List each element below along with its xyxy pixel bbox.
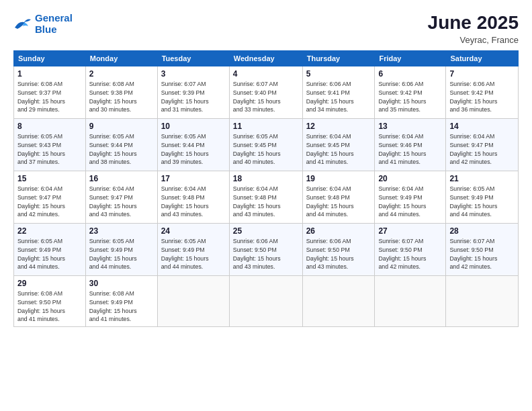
logo-icon <box>13 15 32 32</box>
header-row: Sunday Monday Tuesday Wednesday Thursday… <box>14 51 519 66</box>
day-number: 2 <box>89 69 154 79</box>
day-info: Sunrise: 6:05 AM Sunset: 9:49 PM Dayligh… <box>89 237 154 271</box>
table-cell: 28 Sunrise: 6:07 AM Sunset: 9:50 PM Dayl… <box>446 224 519 276</box>
day-info: Sunrise: 6:05 AM Sunset: 9:44 PM Dayligh… <box>89 132 154 167</box>
day-number: 12 <box>306 122 371 131</box>
day-info: Sunrise: 6:07 AM Sunset: 9:50 PM Dayligh… <box>378 237 442 271</box>
day-info: Sunrise: 6:05 AM Sunset: 9:44 PM Dayligh… <box>161 132 226 167</box>
day-number: 11 <box>233 122 299 131</box>
day-number: 6 <box>378 69 442 79</box>
table-cell <box>157 276 229 327</box>
day-number: 19 <box>306 174 371 183</box>
day-number: 22 <box>17 226 82 236</box>
day-number: 23 <box>89 226 154 236</box>
header: General Blue June 2025 Veyrac, France <box>13 12 519 45</box>
col-wednesday: Wednesday <box>229 51 302 66</box>
logo-text: General Blue <box>35 12 73 36</box>
table-cell: 25 Sunrise: 6:06 AM Sunset: 9:50 PM Dayl… <box>229 224 302 276</box>
day-number: 8 <box>17 122 82 131</box>
day-info: Sunrise: 6:05 AM Sunset: 9:49 PM Dayligh… <box>17 237 82 271</box>
table-cell: 29 Sunrise: 6:08 AM Sunset: 9:50 PM Dayl… <box>14 276 86 327</box>
table-cell: 11 Sunrise: 6:05 AM Sunset: 9:45 PM Dayl… <box>229 119 302 171</box>
table-cell: 12 Sunrise: 6:04 AM Sunset: 9:45 PM Dayl… <box>302 119 375 171</box>
day-info: Sunrise: 6:08 AM Sunset: 9:49 PM Dayligh… <box>89 289 154 324</box>
table-cell: 20 Sunrise: 6:04 AM Sunset: 9:49 PM Dayl… <box>375 171 446 224</box>
table-cell: 6 Sunrise: 6:06 AM Sunset: 9:42 PM Dayli… <box>375 66 446 119</box>
day-number: 17 <box>161 174 226 183</box>
table-cell: 15 Sunrise: 6:04 AM Sunset: 9:47 PM Dayl… <box>14 171 86 224</box>
table-cell: 27 Sunrise: 6:07 AM Sunset: 9:50 PM Dayl… <box>375 224 446 276</box>
col-thursday: Thursday <box>302 51 375 66</box>
table-cell <box>302 276 375 327</box>
day-info: Sunrise: 6:07 AM Sunset: 9:40 PM Dayligh… <box>233 80 299 114</box>
day-number: 9 <box>89 122 154 131</box>
table-cell: 19 Sunrise: 6:04 AM Sunset: 9:48 PM Dayl… <box>302 171 375 224</box>
col-friday: Friday <box>375 51 446 66</box>
day-info: Sunrise: 6:04 AM Sunset: 9:47 PM Dayligh… <box>89 185 154 219</box>
table-cell: 9 Sunrise: 6:05 AM Sunset: 9:44 PM Dayli… <box>85 119 157 171</box>
day-info: Sunrise: 6:05 AM Sunset: 9:49 PM Dayligh… <box>161 237 226 271</box>
day-info: Sunrise: 6:06 AM Sunset: 9:50 PM Dayligh… <box>306 237 371 271</box>
table-cell: 30 Sunrise: 6:08 AM Sunset: 9:49 PM Dayl… <box>85 276 157 327</box>
table-cell: 21 Sunrise: 6:05 AM Sunset: 9:49 PM Dayl… <box>446 171 519 224</box>
day-info: Sunrise: 6:08 AM Sunset: 9:50 PM Dayligh… <box>17 289 82 324</box>
day-number: 26 <box>306 226 371 236</box>
day-number: 24 <box>161 226 226 236</box>
day-info: Sunrise: 6:08 AM Sunset: 9:37 PM Dayligh… <box>17 80 82 114</box>
table-cell: 14 Sunrise: 6:04 AM Sunset: 9:47 PM Dayl… <box>446 119 519 171</box>
day-number: 16 <box>89 174 154 183</box>
table-cell: 22 Sunrise: 6:05 AM Sunset: 9:49 PM Dayl… <box>14 224 86 276</box>
day-number: 28 <box>449 226 515 236</box>
day-info: Sunrise: 6:04 AM Sunset: 9:48 PM Dayligh… <box>161 185 226 219</box>
day-number: 14 <box>449 122 515 131</box>
table-cell: 5 Sunrise: 6:06 AM Sunset: 9:41 PM Dayli… <box>302 66 375 119</box>
table-cell: 26 Sunrise: 6:06 AM Sunset: 9:50 PM Dayl… <box>302 224 375 276</box>
day-info: Sunrise: 6:05 AM Sunset: 9:45 PM Dayligh… <box>233 132 299 167</box>
location: Veyrac, France <box>428 35 519 45</box>
col-monday: Monday <box>85 51 157 66</box>
table-cell <box>446 276 519 327</box>
day-info: Sunrise: 6:06 AM Sunset: 9:41 PM Dayligh… <box>306 80 371 114</box>
table-cell: 10 Sunrise: 6:05 AM Sunset: 9:44 PM Dayl… <box>157 119 229 171</box>
day-number: 29 <box>17 279 82 288</box>
day-info: Sunrise: 6:06 AM Sunset: 9:42 PM Dayligh… <box>378 80 442 114</box>
day-info: Sunrise: 6:06 AM Sunset: 9:42 PM Dayligh… <box>449 80 515 114</box>
day-number: 5 <box>306 69 371 79</box>
day-number: 27 <box>378 226 442 236</box>
table-cell: 2 Sunrise: 6:08 AM Sunset: 9:38 PM Dayli… <box>85 66 157 119</box>
logo: General Blue <box>13 12 73 36</box>
day-info: Sunrise: 6:04 AM Sunset: 9:48 PM Dayligh… <box>233 185 299 219</box>
day-number: 18 <box>233 174 299 183</box>
day-info: Sunrise: 6:07 AM Sunset: 9:50 PM Dayligh… <box>449 237 515 271</box>
table-cell <box>229 276 302 327</box>
col-tuesday: Tuesday <box>157 51 229 66</box>
calendar-table: Sunday Monday Tuesday Wednesday Thursday… <box>13 50 519 327</box>
title-block: June 2025 Veyrac, France <box>428 12 519 45</box>
page: General Blue June 2025 Veyrac, France Su… <box>0 0 532 411</box>
table-cell: 24 Sunrise: 6:05 AM Sunset: 9:49 PM Dayl… <box>157 224 229 276</box>
col-sunday: Sunday <box>14 51 86 66</box>
table-cell <box>375 276 446 327</box>
day-info: Sunrise: 6:04 AM Sunset: 9:47 PM Dayligh… <box>449 132 515 167</box>
table-cell: 7 Sunrise: 6:06 AM Sunset: 9:42 PM Dayli… <box>446 66 519 119</box>
table-cell: 4 Sunrise: 6:07 AM Sunset: 9:40 PM Dayli… <box>229 66 302 119</box>
table-cell: 1 Sunrise: 6:08 AM Sunset: 9:37 PM Dayli… <box>14 66 86 119</box>
day-number: 3 <box>161 69 226 79</box>
day-number: 30 <box>89 279 154 288</box>
day-number: 13 <box>378 122 442 131</box>
day-info: Sunrise: 6:04 AM Sunset: 9:46 PM Dayligh… <box>378 132 442 167</box>
day-number: 21 <box>449 174 515 183</box>
day-info: Sunrise: 6:06 AM Sunset: 9:50 PM Dayligh… <box>233 237 299 271</box>
day-number: 20 <box>378 174 442 183</box>
day-info: Sunrise: 6:04 AM Sunset: 9:45 PM Dayligh… <box>306 132 371 167</box>
table-cell: 3 Sunrise: 6:07 AM Sunset: 9:39 PM Dayli… <box>157 66 229 119</box>
day-info: Sunrise: 6:07 AM Sunset: 9:39 PM Dayligh… <box>161 80 226 114</box>
day-info: Sunrise: 6:04 AM Sunset: 9:48 PM Dayligh… <box>306 185 371 219</box>
day-info: Sunrise: 6:08 AM Sunset: 9:38 PM Dayligh… <box>89 80 154 114</box>
day-number: 10 <box>161 122 226 131</box>
col-saturday: Saturday <box>446 51 519 66</box>
day-info: Sunrise: 6:04 AM Sunset: 9:47 PM Dayligh… <box>17 185 82 219</box>
day-number: 1 <box>17 69 82 79</box>
table-cell: 8 Sunrise: 6:05 AM Sunset: 9:43 PM Dayli… <box>14 119 86 171</box>
table-cell: 18 Sunrise: 6:04 AM Sunset: 9:48 PM Dayl… <box>229 171 302 224</box>
